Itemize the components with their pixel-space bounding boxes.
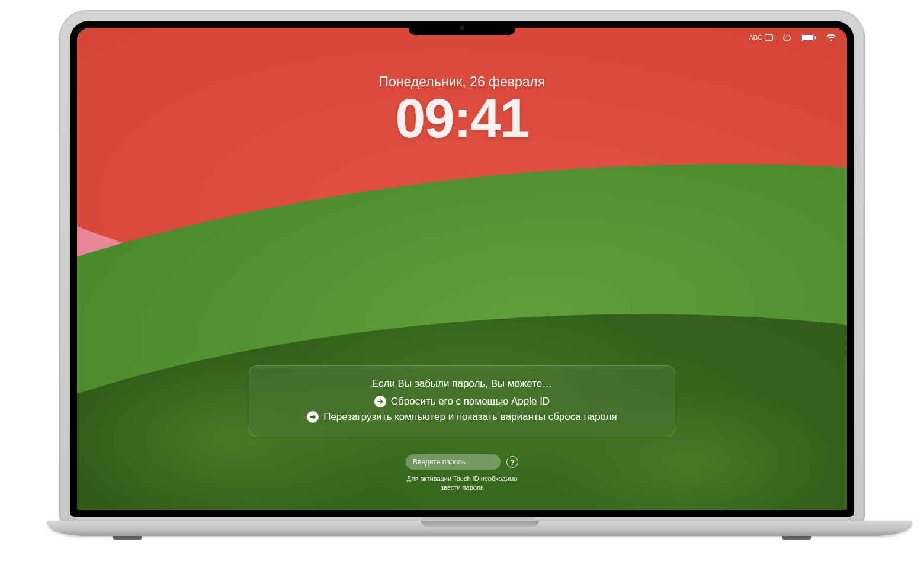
password-reset-panel: Если Вы забыли пароль, Вы можете… Сброси… [249,365,675,436]
laptop-device-frame: ABC [47,10,877,555]
reset-apple-id-label: Сбросить его с помощью Apple ID [391,396,550,407]
power-icon[interactable] [782,33,791,42]
battery-icon[interactable] [801,34,816,41]
lock-screen: ABC [77,28,847,510]
screen-bezel: ABC [70,21,854,517]
arrow-right-circle-icon [374,396,386,407]
svg-rect-2 [815,36,816,39]
keyboard-icon [765,34,773,41]
password-input[interactable] [406,454,500,470]
restart-reset-label: Перезагрузить компьютер и показать вариа… [323,411,617,423]
password-help-button[interactable]: ? [506,456,518,468]
wifi-icon[interactable] [826,34,836,41]
password-entry-area: ? Для активации Touch ID необходимо ввес… [403,454,521,492]
reset-panel-title: Если Вы забыли пароль, Вы можете… [267,378,657,390]
input-source-indicator[interactable]: ABC [749,34,773,41]
date-label: Понедельник, 26 февраля [77,74,847,90]
restart-show-reset-options-button[interactable]: Перезагрузить компьютер и показать вариа… [267,411,657,423]
reset-with-apple-id-button[interactable]: Сбросить его с помощью Apple ID [267,396,657,407]
laptop-base [47,521,912,536]
lock-screen-datetime: Понедельник, 26 февраля 09:41 [77,74,847,147]
laptop-top-case: ABC [59,10,865,525]
input-source-label: ABC [749,34,762,41]
display-notch [409,21,515,35]
password-hint-text: Для активации Touch ID необходимо ввести… [403,474,521,492]
svg-rect-1 [802,35,813,40]
time-label: 09:41 [77,90,847,147]
menu-bar: ABC [749,30,836,44]
arrow-right-circle-icon [307,411,319,423]
laptop-feet [59,536,865,541]
